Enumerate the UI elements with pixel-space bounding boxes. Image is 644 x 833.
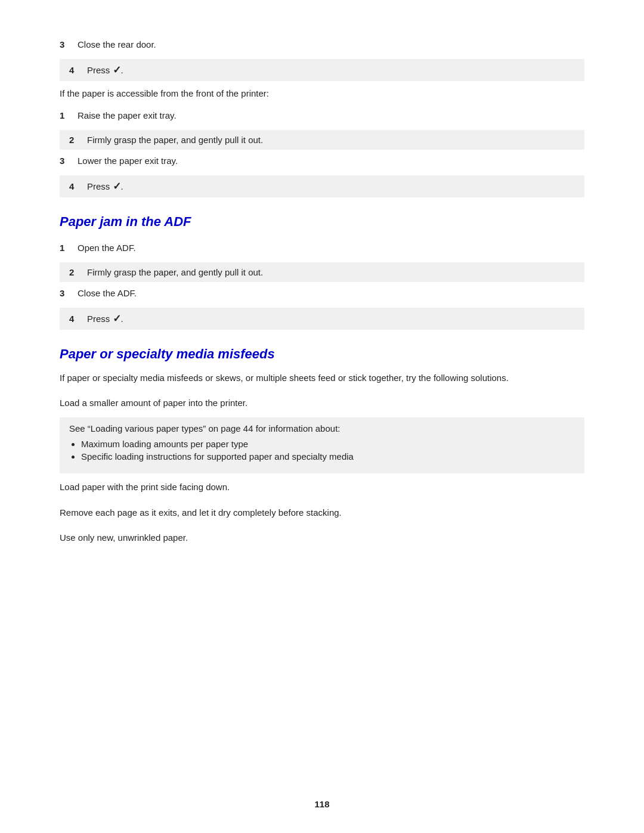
adf-step-1: 1 Open the ADF. bbox=[60, 239, 584, 256]
misfeeds-bullet-list: Maximum loading amounts per paper type S… bbox=[81, 439, 575, 462]
front-step-3: 3 Lower the paper exit tray. bbox=[60, 152, 584, 169]
step-number: 2 bbox=[69, 135, 87, 145]
check-symbol: ✓ bbox=[113, 181, 121, 192]
top-steps: 3 Close the rear door. 4 Press ✓. bbox=[60, 36, 584, 81]
front-step-4: 4 Press ✓. bbox=[60, 175, 584, 197]
step-number: 4 bbox=[69, 181, 87, 191]
step-number: 1 bbox=[60, 110, 78, 120]
step-text: Firmly grasp the paper, and gently pull … bbox=[87, 267, 263, 277]
misfeeds-item-text: Use only new, unwrinkled paper. bbox=[60, 531, 584, 545]
page-number: 118 bbox=[0, 799, 644, 809]
misfeeds-intro: If paper or specialty media misfeeds or … bbox=[60, 371, 584, 385]
step-number: 3 bbox=[60, 39, 78, 49]
step-text: Press ✓. bbox=[87, 64, 123, 76]
step-text: Lower the paper exit tray. bbox=[78, 156, 178, 166]
step-text: Open the ADF. bbox=[78, 243, 136, 253]
check-symbol: ✓ bbox=[113, 64, 121, 76]
check-symbol: ✓ bbox=[113, 313, 121, 324]
bullet-item-2: Specific loading instructions for suppor… bbox=[81, 451, 575, 462]
misfeeds-item-5: Use only new, unwrinkled paper. bbox=[60, 527, 584, 550]
step-number: 1 bbox=[60, 243, 78, 253]
front-step-1: 1 Raise the paper exit tray. bbox=[60, 107, 584, 124]
adf-step-3: 3 Close the ADF. bbox=[60, 284, 584, 302]
step-text: Press ✓. bbox=[87, 180, 123, 193]
misfeeds-item-3: Load paper with the print side facing do… bbox=[60, 476, 584, 499]
step-number: 4 bbox=[69, 65, 87, 75]
adf-step-2: 2 Firmly grasp the paper, and gently pul… bbox=[60, 262, 584, 282]
bullet-item-1: Maximum loading amounts per paper type bbox=[81, 439, 575, 449]
top-step-4: 4 Press ✓. bbox=[60, 59, 584, 81]
step-text: Close the rear door. bbox=[78, 39, 156, 49]
top-step-3: 3 Close the rear door. bbox=[60, 36, 584, 53]
step-text: Close the ADF. bbox=[78, 288, 137, 298]
front-intro: If the paper is accessible from the fron… bbox=[60, 87, 584, 101]
adf-steps: 1 Open the ADF. 2 Firmly grasp the paper… bbox=[60, 239, 584, 330]
front-step-2: 2 Firmly grasp the paper, and gently pul… bbox=[60, 130, 584, 150]
adf-step-4: 4 Press ✓. bbox=[60, 308, 584, 330]
misfeeds-item-1: Load a smaller amount of paper into the … bbox=[60, 392, 584, 415]
step-number: 3 bbox=[60, 156, 78, 166]
step-number: 4 bbox=[69, 314, 87, 324]
misfeeds-item-4: Remove each page as it exits, and let it… bbox=[60, 501, 584, 525]
step-text: Raise the paper exit tray. bbox=[78, 110, 177, 120]
misfeeds-item-text: Load paper with the print side facing do… bbox=[60, 481, 584, 494]
step-number: 3 bbox=[60, 288, 78, 298]
step-text: Firmly grasp the paper, and gently pull … bbox=[87, 135, 263, 145]
misfeeds-item-text: Remove each page as it exits, and let it… bbox=[60, 506, 584, 520]
step-number: 2 bbox=[69, 267, 87, 277]
misfeeds-item-text: Load a smaller amount of paper into the … bbox=[60, 397, 584, 410]
misfeeds-item-text: See “Loading various paper types” on pag… bbox=[69, 422, 575, 436]
misfeeds-item-2: See “Loading various paper types” on pag… bbox=[60, 417, 584, 474]
adf-section-heading: Paper jam in the ADF bbox=[60, 214, 584, 230]
front-steps: 1 Raise the paper exit tray. 2 Firmly gr… bbox=[60, 107, 584, 197]
step-text: Press ✓. bbox=[87, 312, 123, 325]
misfeeds-section-heading: Paper or specialty media misfeeds bbox=[60, 346, 584, 362]
